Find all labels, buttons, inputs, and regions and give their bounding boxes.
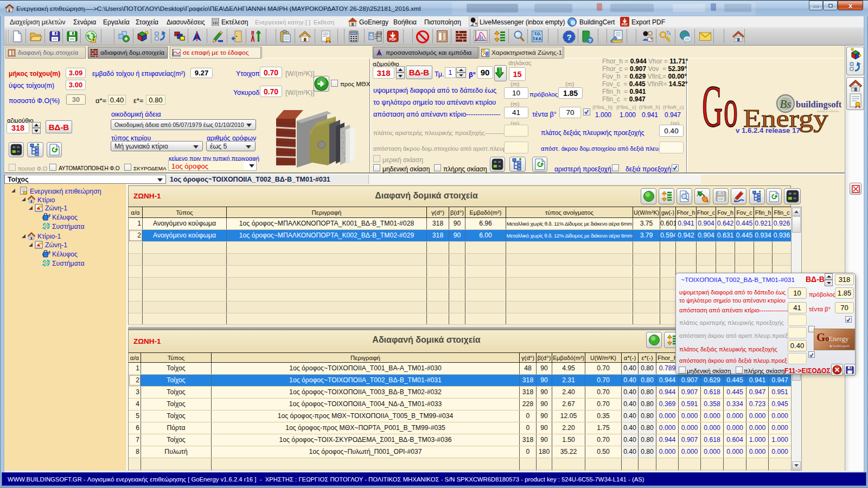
- svg-text:G: G: [702, 81, 723, 136]
- svg-text:technical software: technical software: [817, 110, 839, 113]
- svg-text:PDF: PDF: [622, 23, 628, 26]
- svg-text:PDF: PDF: [390, 37, 397, 41]
- svg-text:v 1.6.2.4 release 17: v 1.6.2.4 release 17: [736, 126, 800, 134]
- svg-text:TEE: TEE: [376, 32, 382, 35]
- svg-text:T.O.: T.O.: [534, 32, 541, 36]
- svg-text:T.E.E.: T.E.E.: [533, 37, 542, 41]
- svg-text:buildingsoft: buildingsoft: [796, 99, 842, 110]
- svg-text:Bs: Bs: [780, 98, 792, 111]
- svg-text:?: ?: [589, 38, 592, 43]
- svg-text:?: ?: [566, 33, 571, 42]
